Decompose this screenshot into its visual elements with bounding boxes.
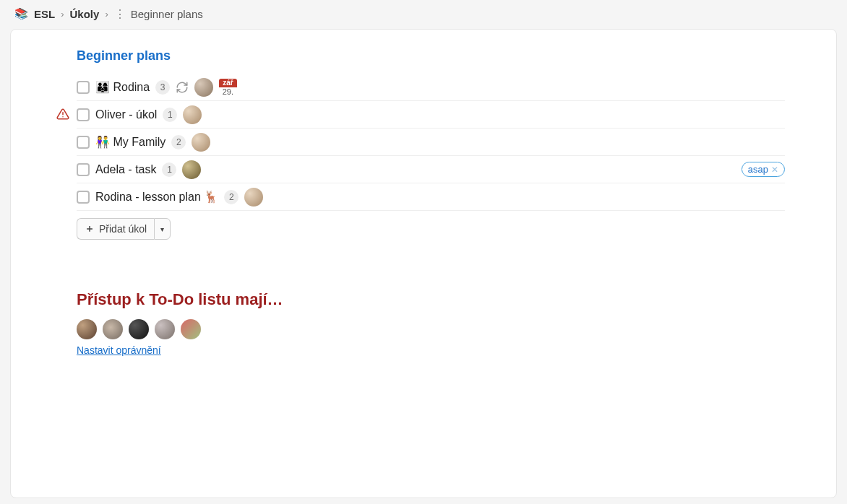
content-card: Beginner plans 👨‍👩‍👦 Rodina3zář29.Oliver… (10, 29, 837, 498)
task-checkbox[interactable] (77, 163, 90, 176)
access-section: Přístup k To-Do listu mají… Nastavit opr… (77, 290, 785, 356)
avatar[interactable] (181, 319, 201, 339)
comment-count-badge[interactable]: 3 (155, 80, 170, 95)
task-checkbox[interactable] (77, 191, 90, 204)
recurring-icon[interactable] (176, 81, 189, 94)
workspace-emoji: 📚 (14, 7, 28, 20)
chevron-right-icon: › (105, 9, 108, 19)
access-avatars (77, 319, 785, 339)
task-checkbox[interactable] (77, 81, 90, 94)
remove-tag-icon[interactable]: ✕ (771, 165, 778, 175)
breadcrumb-section[interactable]: Úkoly (70, 8, 100, 20)
comment-count-badge[interactable]: 1 (163, 108, 177, 122)
breadcrumb: 📚 ESL › Úkoly › ⋮ Beginner plans (0, 0, 847, 27)
task-title[interactable]: Oliver - úkol (95, 108, 157, 121)
due-day: 29. (223, 87, 233, 96)
due-date-chip[interactable]: zář29. (219, 79, 236, 96)
access-heading: Přístup k To-Do listu mají… (77, 290, 785, 309)
chevron-right-icon: › (61, 9, 64, 19)
warning-icon[interactable] (56, 108, 69, 121)
task-title[interactable]: Adela - task (95, 163, 156, 176)
task-row: Oliver - úkol1 (77, 101, 785, 129)
list-title[interactable]: Beginner plans (77, 44, 171, 74)
breadcrumb-workspace[interactable]: ESL (34, 8, 55, 20)
more-menu-icon[interactable]: ⋮ (114, 7, 125, 21)
tag-label: asap (748, 164, 768, 175)
comment-count-badge[interactable]: 2 (224, 190, 238, 204)
avatar[interactable] (77, 319, 97, 339)
assignee-avatar[interactable] (244, 188, 263, 207)
task-row: Adela - task1asap✕ (77, 156, 785, 183)
add-task-dropdown-button[interactable]: ▾ (154, 218, 171, 240)
assignee-avatar[interactable] (183, 105, 202, 124)
due-month: zář (219, 79, 236, 87)
comment-count-badge[interactable]: 1 (162, 162, 176, 177)
breadcrumb-current: Beginner plans (131, 8, 203, 20)
comment-count-badge[interactable]: 2 (171, 135, 186, 149)
add-task-label: Přidat úkol (99, 223, 147, 235)
task-row: 👫 My Family2 (77, 129, 785, 156)
avatar[interactable] (129, 319, 149, 339)
task-row: Rodina - lesson plan 🦌2 (77, 183, 785, 211)
assignee-avatar[interactable] (182, 160, 201, 179)
task-title[interactable]: 👫 My Family (95, 135, 165, 149)
set-permissions-link[interactable]: Nastavit oprávnění (77, 344, 161, 356)
avatar[interactable] (155, 319, 175, 339)
tasks-list: 👨‍👩‍👦 Rodina3zář29.Oliver - úkol1👫 My Fa… (77, 74, 785, 211)
task-title[interactable]: Rodina - lesson plan 🦌 (95, 190, 218, 204)
assignee-avatar[interactable] (194, 78, 213, 97)
task-title[interactable]: 👨‍👩‍👦 Rodina (95, 80, 150, 94)
task-checkbox[interactable] (77, 108, 90, 121)
add-task-group: ＋ Přidat úkol ▾ (77, 218, 171, 240)
add-task-button[interactable]: ＋ Přidat úkol (77, 218, 154, 240)
assignee-avatar[interactable] (192, 133, 210, 152)
task-tag[interactable]: asap✕ (741, 162, 785, 177)
avatar[interactable] (103, 319, 123, 339)
caret-down-icon: ▾ (160, 225, 164, 233)
task-row: 👨‍👩‍👦 Rodina3zář29. (77, 74, 785, 101)
plus-icon: ＋ (85, 222, 95, 235)
task-checkbox[interactable] (77, 136, 90, 149)
